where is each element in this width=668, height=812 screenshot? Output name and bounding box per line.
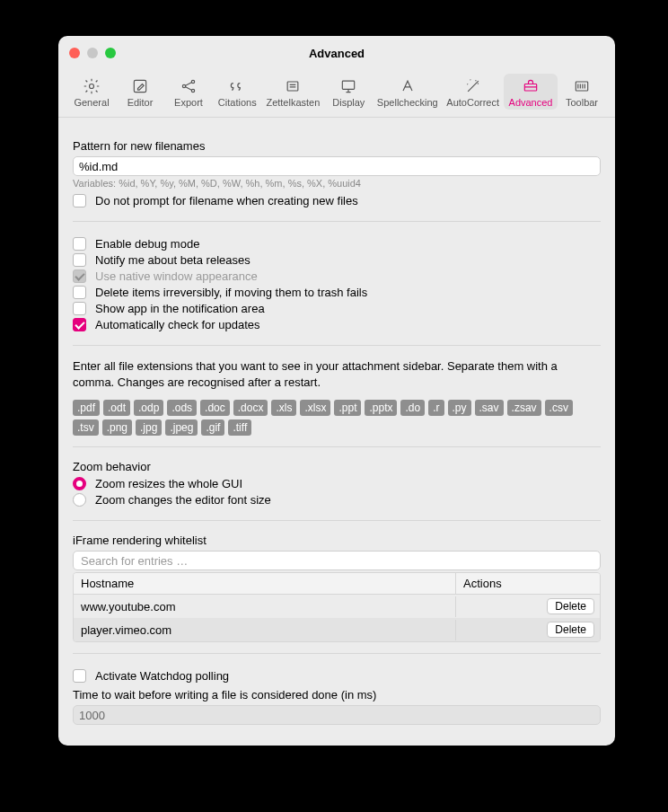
extension-chip[interactable]: .xlsx [300,400,330,416]
tab-label: Zettelkasten [266,97,320,108]
extension-chip[interactable]: .pptx [365,400,397,416]
extension-chip[interactable]: .gif [201,419,224,436]
toolbar: General Editor Export Citations Zettelka… [58,70,615,118]
iframe-label: iFrame rendering whitelist [73,534,601,547]
filenames-hint: Variables: %id, %Y, %y, %M, %D, %W, %h, … [73,178,601,189]
section-filenames: Pattern for new filenames Variables: %id… [73,132,601,221]
svg-point-4 [191,89,194,92]
tab-zettelkasten[interactable]: Zettelkasten [261,74,324,110]
tab-label: Citations [218,97,257,108]
extension-chip[interactable]: .docx [233,400,268,416]
debug-label: Enable debug mode [95,237,199,251]
notification-area-checkbox[interactable] [73,302,86,315]
barcode-icon [571,77,593,95]
preferences-body: Pattern for new filenames Variables: %id… [58,118,615,746]
extension-chip[interactable]: .doc [200,400,230,416]
close-window-button[interactable] [69,48,80,58]
auto-update-label: Automatically check for updates [95,318,260,331]
section-misc-options: Enable debug mode Notify me about beta r… [73,221,601,345]
tab-spellchecking[interactable]: Spellchecking [373,74,442,110]
extension-chips[interactable]: .pdf.odt.odp.ods.doc.docx.xls.xlsx.ppt.p… [73,400,601,436]
tab-label: Toolbar [566,97,598,108]
tab-general[interactable]: General [67,74,116,110]
extension-chip[interactable]: .ppt [334,400,361,416]
quote-icon [226,77,248,95]
share-icon [178,77,199,95]
tab-citations[interactable]: Citations [213,74,261,110]
iframe-search-input[interactable] [73,551,601,570]
extension-chip[interactable]: .jpeg [165,419,198,436]
filenames-label: Pattern for new filenames [73,139,601,153]
extension-chip[interactable]: .tiff [228,419,251,436]
zoom-font-radio[interactable] [73,493,86,507]
extension-chip[interactable]: .sav [475,400,504,416]
extension-chip[interactable]: .xls [271,400,296,416]
debug-checkbox[interactable] [73,237,86,251]
delete-button[interactable]: Delete [547,598,594,614]
tab-label: Spellchecking [377,97,438,108]
titlebar: Advanced [58,36,615,70]
tab-label: Advanced [509,97,553,108]
extension-chip[interactable]: .csv [545,400,573,416]
tab-autocorrect[interactable]: AutoCorrect [442,74,504,110]
svg-point-2 [182,84,185,87]
tab-advanced[interactable]: Advanced [504,74,558,110]
zoom-label: Zoom behavior [73,460,601,473]
tab-label: Display [332,97,365,108]
extension-chip[interactable]: .odp [134,400,163,416]
traffic-lights [69,48,116,58]
tab-label: Editor [127,97,154,108]
hostname-cell: www.youtube.com [74,596,456,617]
extension-chip[interactable]: .py [448,400,471,416]
tab-editor[interactable]: Editor [116,74,164,110]
extension-chip[interactable]: .r [428,400,444,416]
tab-toolbar[interactable]: Toolbar [558,74,606,110]
native-window-label: Use native window appearance [95,269,258,283]
extension-chip[interactable]: .ods [167,400,197,416]
extension-chip[interactable]: .png [102,419,132,436]
hostname-header: Hostname [74,573,456,594]
wand-icon [462,77,484,95]
actions-header: Actions [456,573,600,594]
extension-chip[interactable]: .zsav [507,400,541,416]
note-icon [282,77,303,95]
section-zoom: Zoom behavior Zoom resizes the whole GUI… [73,446,601,520]
native-window-checkbox [73,269,86,283]
gear-icon [81,77,102,95]
extension-chip[interactable]: .pdf [73,400,100,416]
font-icon [397,77,418,95]
svg-rect-6 [343,81,355,89]
toolbox-icon [520,77,541,95]
tab-label: Export [174,97,203,108]
zoom-gui-radio[interactable] [73,477,86,490]
auto-update-checkbox[interactable] [73,318,86,331]
preferences-window: Advanced General Editor Export Citations… [58,36,615,746]
extension-chip[interactable]: .jpg [136,419,162,436]
tab-export[interactable]: Export [164,74,213,110]
table-row: www.youtube.com Delete [74,595,600,618]
delete-button[interactable]: Delete [547,622,594,638]
hostname-cell: player.vimeo.com [74,620,456,640]
extension-chip[interactable]: .tsv [73,419,99,436]
filename-pattern-input[interactable] [73,156,601,176]
maximize-window-button[interactable] [105,48,116,58]
svg-point-0 [90,84,94,89]
beta-checkbox[interactable] [73,253,86,267]
tab-label: AutoCorrect [446,97,499,108]
tab-display[interactable]: Display [324,74,373,110]
extension-chip[interactable]: .do [400,400,425,416]
extension-chip[interactable]: .odt [103,400,130,416]
iframe-table-header: Hostname Actions [74,573,600,595]
zoom-font-label: Zoom changes the editor font size [95,493,271,507]
extensions-description: Enter all file extensions that you want … [73,358,601,391]
svg-rect-5 [288,82,299,91]
delete-irreversibly-checkbox[interactable] [73,286,86,299]
watchdog-checkbox[interactable] [73,669,86,683]
tab-label: General [74,97,109,108]
delete-irreversibly-label: Delete items irreversibly, if moving the… [95,286,367,299]
watchdog-time-label: Time to wait before writing a file is co… [73,688,601,702]
minimize-window-button[interactable] [87,48,98,58]
svg-point-3 [191,80,194,83]
no-prompt-checkbox[interactable] [73,194,86,207]
beta-label: Notify me about beta releases [95,253,250,267]
